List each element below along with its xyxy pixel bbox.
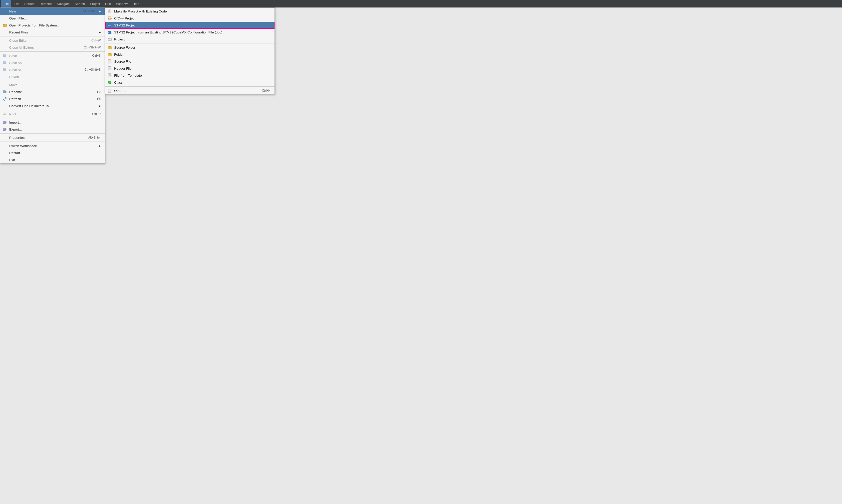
- menu-item-refresh[interactable]: Refresh F5: [0, 95, 105, 102]
- svg-text:S: S: [109, 47, 110, 49]
- submenu-item-folder[interactable]: Folder: [105, 51, 275, 58]
- new-arrow: ▶: [99, 10, 101, 13]
- cpp-label: C/C++ Project: [114, 17, 135, 20]
- svg-marker-11: [5, 98, 6, 99]
- export-icon: [2, 127, 7, 132]
- submenu-item-makefile[interactable]: C Makefile Project with Existing Code: [105, 8, 275, 15]
- save-icon: [2, 53, 7, 58]
- menu-item-print: Print... Ctrl+P: [0, 111, 105, 118]
- menu-item-close-editor: Close Editor Ctrl+W: [0, 37, 105, 44]
- import-label: Import...: [9, 121, 22, 124]
- menu-item-open-projects[interactable]: Open Projects from File System...: [0, 22, 105, 29]
- other-shortcut: Ctrl+N: [262, 89, 270, 92]
- menu-item-close-all-editors: Close All Editors Ctrl+Shift+W: [0, 44, 105, 51]
- header-file-label: Header File: [114, 67, 131, 70]
- class-label: Class: [114, 80, 123, 84]
- makefile-label: Makefile Project with Existing Code: [114, 10, 167, 13]
- submenu-item-project[interactable]: Project...: [105, 36, 275, 43]
- menubar-file[interactable]: File: [1, 0, 11, 7]
- file-menu: New Alt+Shift+N ▶ Open File... Open Proj…: [0, 7, 105, 163]
- project-icon: [107, 37, 112, 42]
- refresh-label: Refresh: [9, 97, 21, 101]
- svg-rect-4: [4, 56, 6, 57]
- save-all-label: Save All: [9, 68, 21, 72]
- menu-item-rename[interactable]: Rename... F2: [0, 88, 105, 95]
- recent-files-label: Recent Files: [9, 31, 28, 34]
- stm32-label: STM32 Project: [114, 23, 136, 27]
- separator-4: [0, 110, 105, 110]
- svg-rect-9: [4, 68, 6, 69]
- svg-rect-6: [4, 61, 6, 62]
- class-icon: C: [107, 80, 112, 85]
- menu-item-switch-workspace[interactable]: Switch Workspace ▶: [0, 142, 105, 149]
- menu-item-open-file[interactable]: Open File...: [0, 15, 105, 22]
- menu-item-new[interactable]: New Alt+Shift+N ▶: [0, 8, 105, 15]
- svg-rect-10: [3, 91, 5, 93]
- svg-rect-14: [4, 112, 6, 114]
- refresh-shortcut: F5: [92, 97, 101, 101]
- submenu-item-class[interactable]: C Class: [105, 79, 275, 86]
- menubar-refactor[interactable]: Refactor: [37, 0, 54, 7]
- menu-item-restart[interactable]: Restart: [0, 149, 105, 156]
- menubar-project[interactable]: Project: [87, 0, 102, 7]
- menubar-run[interactable]: Run: [103, 0, 113, 7]
- menu-item-save: Save Ctrl+S: [0, 52, 105, 59]
- save-all-icon: [2, 67, 7, 72]
- submenu-item-other[interactable]: Other... Ctrl+N: [105, 87, 275, 94]
- convert-arrow: ▶: [99, 104, 101, 108]
- file-template-icon: [107, 73, 112, 78]
- menu-item-convert-line[interactable]: Convert Line Delimiters To ▶: [0, 102, 105, 109]
- submenu-item-header-file[interactable]: H Header File: [105, 65, 275, 72]
- svg-rect-1: [3, 24, 4, 25]
- menu-item-export[interactable]: Export...: [0, 126, 105, 133]
- properties-label: Properties: [9, 136, 25, 140]
- svg-text:H: H: [109, 67, 110, 70]
- exit-label: Exit: [9, 158, 15, 162]
- folder-icon: [107, 52, 112, 57]
- file-template-label: File from Template: [114, 74, 142, 77]
- menu-item-properties[interactable]: Properties Alt+Enter: [0, 134, 105, 141]
- move-label: Move...: [9, 83, 20, 87]
- new-submenu: C Makefile Project with Existing Code C+…: [105, 7, 275, 94]
- menu-item-recent-files[interactable]: Recent Files ▶: [0, 29, 105, 36]
- save-all-shortcut: Ctrl+Shift+S: [80, 68, 101, 71]
- svg-rect-15: [4, 114, 6, 115]
- close-editor-shortcut: Ctrl+W: [86, 39, 101, 42]
- print-label: Print...: [9, 112, 19, 116]
- import-icon: [2, 120, 7, 125]
- convert-line-label: Convert Line Delimiters To: [9, 104, 49, 108]
- svg-text:C++: C++: [108, 17, 112, 19]
- svg-text:MX: MX: [108, 32, 110, 33]
- menubar-help[interactable]: Help: [130, 0, 142, 7]
- submenu-item-source-folder[interactable]: S Source Folder: [105, 44, 275, 51]
- menu-item-import[interactable]: Import...: [0, 119, 105, 126]
- makefile-icon: C: [107, 9, 112, 14]
- print-shortcut: Ctrl+P: [87, 112, 101, 116]
- main-area: New Alt+Shift+N ▶ Open File... Open Proj…: [0, 7, 842, 504]
- submenu-item-stm32-ioc[interactable]: MX STM32 Project from an Existing STM32C…: [105, 29, 275, 36]
- close-all-editors-label: Close All Editors: [9, 46, 34, 50]
- svg-rect-17: [3, 128, 5, 130]
- source-folder-icon: S: [107, 45, 112, 50]
- submenu-item-cpp[interactable]: C++ C/C++ Project: [105, 15, 275, 22]
- menubar-edit[interactable]: Edit: [11, 0, 22, 7]
- rename-label: Rename...: [9, 90, 25, 94]
- project-label: Project...: [114, 37, 127, 41]
- menubar: File Edit Source Refactor Navigate Searc…: [0, 0, 842, 7]
- menu-item-exit[interactable]: Exit: [0, 156, 105, 163]
- menubar-source[interactable]: Source: [22, 0, 37, 7]
- open-projects-label: Open Projects from File System...: [9, 23, 60, 27]
- stm32-ioc-label: STM32 Project from an Existing STM32Cube…: [114, 31, 222, 34]
- cpp-icon: C++: [107, 16, 112, 21]
- save-label: Save: [9, 54, 17, 58]
- svg-text:C: C: [109, 60, 110, 62]
- submenu-item-stm32[interactable]: IDE STM32 Project: [105, 22, 275, 29]
- menubar-window[interactable]: Window: [113, 0, 130, 7]
- menubar-search[interactable]: Search: [72, 0, 87, 7]
- menu-item-revert: Revert: [0, 73, 105, 80]
- recent-files-arrow: ▶: [99, 31, 101, 34]
- menubar-navigate[interactable]: Navigate: [54, 0, 72, 7]
- submenu-item-source-file[interactable]: C Source File: [105, 58, 275, 65]
- submenu-item-file-template[interactable]: File from Template: [105, 72, 275, 79]
- svg-rect-7: [4, 63, 6, 64]
